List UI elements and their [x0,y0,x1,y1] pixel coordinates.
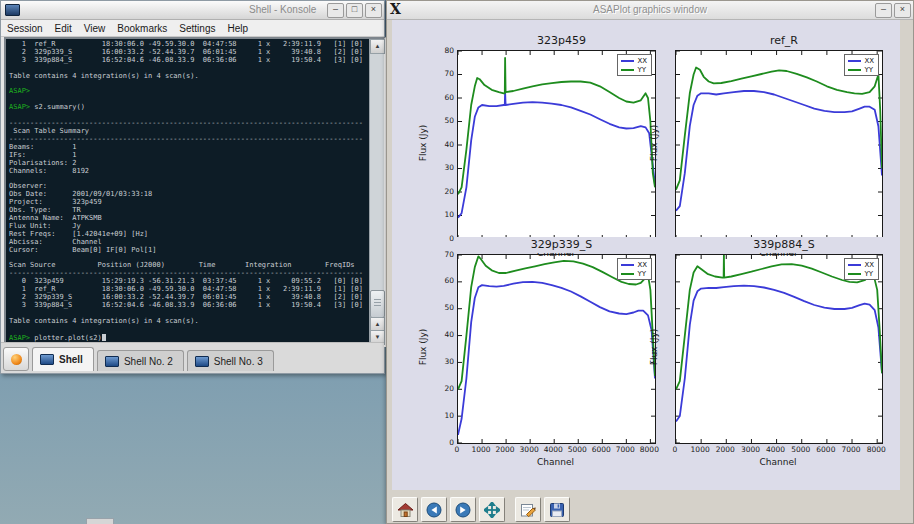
XX-line-swatch [848,60,861,62]
chart-axes-339p884_S[interactable]: XXYY [675,254,883,444]
save-icon [549,502,565,518]
chart-axes-ref_R[interactable]: XXYY [675,50,883,240]
asaplot-window: X ASAPlot graphics window –× XXYY323p459… [386,0,914,524]
ytick-label: 70 [427,69,454,78]
yaxis-label: Flux (Jy) [649,312,659,382]
legend: XXYY [617,54,652,76]
menu-item-settings[interactable]: Settings [179,23,215,34]
ytick-label: 10 [427,210,454,219]
plot-area [676,255,882,443]
close-button[interactable]: × [365,3,382,18]
close-button[interactable]: × [894,3,911,18]
legend: XXYY [844,258,879,280]
series-XX [676,286,882,422]
ytick-label: 20 [427,187,454,196]
session-tab-bar: ShellShell No. 2Shell No. 3 [1,342,384,373]
yaxis-label: Flux (Jy) [418,108,428,178]
shell-prompt: ASAP> [9,334,30,342]
session-tab-shell-no-2[interactable]: Shell No. 2 [97,350,184,371]
chart-axes-323p459[interactable]: XXYY [457,50,656,240]
chart-title-ref_R: ref_R [675,33,893,49]
YY-line-swatch [848,69,861,71]
legend: XXYY [844,54,879,76]
forward-button[interactable] [450,497,476,522]
xtick-label: 8000 [859,445,893,454]
subplots-icon [520,502,536,518]
terminal-frame: 1 ref_R 18:30:06.0 -49.59.30.0 04:47:58 … [4,37,386,347]
legend-entry-YY: YY [848,269,874,278]
terminal-output[interactable]: 1 ref_R 18:30:06.0 -49.59.30.0 04:47:58 … [6,39,369,345]
terminal-icon [40,354,54,365]
subplots-button[interactable] [515,497,541,522]
new-session-button[interactable] [3,347,29,371]
session-tab-shell-no-3[interactable]: Shell No. 3 [187,350,274,371]
ytick-label: 40 [427,140,454,149]
xaxis-label: Channel [457,457,654,467]
save-button[interactable] [544,497,570,522]
back-button[interactable] [421,497,447,522]
legend-entry-XX: XX [621,56,647,65]
tab-label: Shell No. 3 [214,356,263,367]
ytick-label: 60 [427,276,454,285]
scrollbar[interactable]: ▲ ▲ ▼ [369,39,384,345]
home-icon [397,502,414,518]
window-title: Shell - Konsole [249,4,316,15]
menu-item-edit[interactable]: Edit [55,23,72,34]
legend-label: XX [864,261,874,269]
ytick-label: 30 [427,357,454,366]
terminal-icon [195,356,209,367]
legend-label: XX [864,57,874,65]
taskbar-peek[interactable] [86,518,114,524]
YY-line-swatch [848,273,861,275]
konsole-window: Shell - Konsole –□× SessionEditViewBookm… [0,0,385,374]
home-button[interactable] [392,497,418,522]
legend-entry-XX: XX [848,260,874,269]
ytick-label: 70 [427,250,454,259]
figure-canvas[interactable]: XXYY323p45901020304050607080ChannelFlux … [392,20,900,490]
scrollbar-thumb[interactable] [370,290,385,318]
xaxis-label: Channel [675,457,881,467]
yaxis-label: Flux (Jy) [418,312,428,382]
ytick-label: 60 [427,93,454,102]
plot-area [676,51,882,239]
YY-line-swatch [621,273,634,275]
terminal-cursor [102,334,106,341]
XX-line-swatch [621,264,634,266]
asaplot-titlebar[interactable]: X ASAPlot graphics window –× [387,1,913,20]
session-tab-shell[interactable]: Shell [32,347,94,371]
ytick-label: 80 [427,46,454,55]
series-YY [458,58,655,194]
pan-icon [484,502,500,518]
forward-icon [455,502,471,518]
shell-prompt: ASAP> [9,103,30,111]
maximize-button[interactable]: □ [346,3,363,18]
pan-button[interactable] [479,497,505,522]
menu-item-view[interactable]: View [84,23,106,34]
menu-item-session[interactable]: Session [7,23,43,34]
legend-entry-YY: YY [621,65,647,74]
legend-entry-XX: XX [848,56,874,65]
window-buttons: –□× [327,3,382,18]
legend-entry-XX: XX [621,260,647,269]
menu-bar: SessionEditViewBookmarksSettingsHelp [1,20,384,37]
ytick-label: 20 [427,384,454,393]
window-buttons: –× [875,3,911,18]
chart-title-329p339_S: 329p339_S [457,237,666,253]
legend-entry-YY: YY [848,65,874,74]
chart-title-339p884_S: 339p884_S [675,237,893,253]
legend-label: XX [637,57,647,65]
ytick-label: 30 [427,163,454,172]
minimize-button[interactable]: – [327,3,344,18]
scrollbar-up-icon[interactable]: ▲ [370,39,385,54]
chart-axes-329p339_S[interactable]: XXYY [457,254,656,444]
ytick-label: 40 [427,330,454,339]
legend-label: YY [864,270,873,278]
konsole-titlebar[interactable]: Shell - Konsole –□× [1,1,384,20]
konsole-app-icon [5,4,20,16]
XX-line-swatch [621,60,634,62]
menu-item-help[interactable]: Help [227,23,248,34]
plot-area [458,51,655,239]
minimize-button[interactable]: – [875,3,892,18]
menu-item-bookmarks[interactable]: Bookmarks [117,23,167,34]
series-YY [676,68,882,190]
